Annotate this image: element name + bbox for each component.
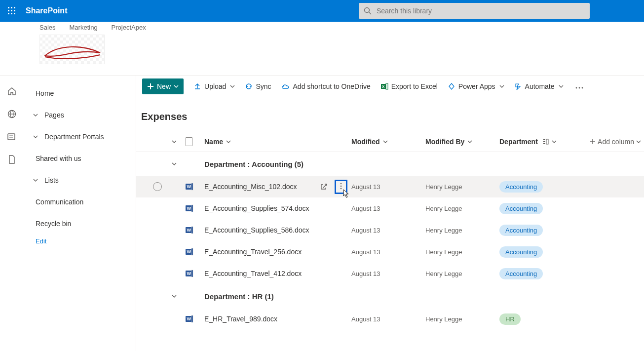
home-icon[interactable] [7, 86, 17, 96]
share-icon[interactable] [320, 183, 328, 191]
file-name-label[interactable]: E_HR_Travel_989.docx [204, 315, 277, 323]
file-type-header-icon[interactable] [186, 137, 192, 146]
svg-point-23 [578, 87, 580, 89]
row-actions-button[interactable] [335, 180, 347, 194]
upload-label: Upload [204, 82, 226, 90]
nav-communication[interactable]: Communication [24, 191, 136, 213]
add-column-button[interactable]: Add column [588, 138, 644, 146]
nav-home[interactable]: Home [24, 82, 136, 104]
department-pill[interactable]: Accounting [499, 203, 543, 214]
nav-department-portals[interactable]: Department Portals [24, 126, 136, 148]
file-row[interactable]: WE_Accounting_Travel_256.docxAugust 13He… [136, 241, 644, 263]
svg-rect-42 [191, 227, 193, 234]
cursor-icon [343, 189, 350, 198]
hub-link-projectapex[interactable]: ProjectApex [112, 24, 146, 34]
files-icon[interactable] [7, 155, 17, 164]
plus-icon [147, 83, 154, 90]
search-input[interactable] [377, 7, 585, 15]
col-modifiedby-header[interactable]: Modified By [425, 138, 499, 146]
more-vertical-icon[interactable] [340, 183, 342, 190]
library-title: Expenses [139, 97, 644, 131]
group-header[interactable]: Department : Accounting (5) [136, 152, 644, 176]
svg-rect-7 [11, 13, 12, 14]
hub-link-sales[interactable]: Sales [39, 24, 56, 34]
brand-label[interactable]: SharePoint [24, 6, 67, 15]
svg-point-34 [341, 183, 342, 184]
add-shortcut-button[interactable]: Add shortcut to OneDrive [281, 82, 371, 90]
group-header[interactable]: Department : HR (1) [136, 284, 644, 308]
file-name-label[interactable]: E_Accounting_Supplies_586.docx [204, 226, 309, 234]
file-row[interactable]: WE_Accounting_Supplies_574.docxAugust 13… [136, 197, 644, 219]
export-excel-button[interactable]: X Export to Excel [380, 82, 438, 90]
hub-link-marketing[interactable]: Marketing [70, 24, 98, 34]
powerapps-label: Power Apps [458, 82, 495, 90]
sync-icon [245, 82, 253, 90]
svg-point-35 [341, 185, 342, 187]
modified-cell: August 13 [351, 270, 425, 277]
select-radio[interactable] [153, 182, 162, 191]
main-area: New Upload Sync Add shortcut to OneDrive… [136, 76, 644, 351]
nav-pages-label: Pages [44, 111, 64, 119]
powerapps-button[interactable]: Power Apps [448, 82, 504, 90]
svg-rect-26 [543, 141, 545, 142]
svg-rect-25 [543, 139, 545, 140]
nav-lists-label: Lists [44, 176, 59, 184]
chevron-down-icon[interactable] [171, 161, 177, 167]
file-row[interactable]: WE_Accounting_Misc_102.docxAugust 13Henr… [136, 176, 644, 197]
automate-button[interactable]: Automate [514, 82, 564, 90]
department-pill[interactable]: Accounting [499, 225, 543, 236]
department-pill[interactable]: Accounting [499, 246, 543, 258]
col-department-header[interactable]: Department [499, 138, 588, 146]
automate-label: Automate [525, 82, 555, 90]
chevron-down-icon [467, 139, 472, 144]
modified-cell: August 13 [351, 227, 425, 234]
chevron-down-icon [33, 112, 38, 118]
file-name-label[interactable]: E_Accounting_Travel_412.docx [204, 270, 302, 277]
globe-icon[interactable] [7, 109, 17, 119]
sync-button[interactable]: Sync [245, 82, 271, 90]
svg-rect-14 [8, 134, 15, 140]
col-modified-header[interactable]: Modified [351, 138, 425, 146]
group-title-label: Department : HR (1) [204, 292, 274, 301]
nav-deptportals-label: Department Portals [44, 133, 104, 141]
site-logo[interactable] [39, 35, 105, 64]
file-name-label[interactable]: E_Accounting_Travel_256.docx [204, 248, 302, 256]
news-icon[interactable] [7, 132, 17, 142]
department-pill[interactable]: Accounting [499, 268, 543, 279]
file-name-label[interactable]: E_Accounting_Misc_102.docx [204, 183, 297, 191]
nav-recycle[interactable]: Recycle bin [24, 213, 136, 234]
svg-point-9 [365, 8, 370, 13]
col-name-header[interactable]: Name [204, 138, 351, 146]
department-pill[interactable]: Accounting [499, 181, 543, 193]
command-overflow[interactable] [573, 80, 585, 92]
nav-edit-link[interactable]: Edit [24, 237, 136, 245]
nav-shared[interactable]: Shared with us [24, 148, 136, 169]
svg-rect-45 [191, 248, 193, 255]
department-pill[interactable]: HR [499, 313, 521, 325]
new-button[interactable]: New [142, 78, 184, 94]
hub-strip: Sales Marketing ProjectApex [0, 22, 644, 70]
upload-button[interactable]: Upload [193, 82, 235, 90]
nav-lists[interactable]: Lists [24, 169, 136, 191]
svg-rect-6 [8, 13, 9, 14]
chevron-down-icon[interactable] [171, 293, 177, 299]
svg-rect-0 [8, 7, 9, 8]
file-row[interactable]: WE_Accounting_Travel_412.docxAugust 13He… [136, 263, 644, 284]
search-box[interactable] [359, 3, 590, 19]
svg-rect-1 [11, 7, 12, 8]
svg-text:W: W [187, 271, 191, 276]
file-row[interactable]: WE_HR_Travel_989.docxAugust 13Henry Legg… [136, 308, 644, 330]
word-doc-icon: W [186, 204, 193, 212]
car-logo-icon [44, 46, 101, 59]
app-launcher-icon[interactable] [0, 0, 24, 22]
chevron-down-icon [636, 139, 641, 144]
svg-point-24 [581, 87, 583, 89]
file-row[interactable]: WE_Accounting_Supplies_586.docxAugust 13… [136, 219, 644, 241]
svg-rect-8 [14, 13, 15, 14]
word-doc-icon: W [186, 315, 193, 323]
chevron-down-icon[interactable] [171, 139, 177, 145]
export-label: Export to Excel [391, 82, 438, 90]
file-name-label[interactable]: E_Accounting_Supplies_574.docx [204, 204, 309, 212]
nav-pages[interactable]: Pages [24, 104, 136, 126]
group-title-label: Department : Accounting (5) [204, 160, 303, 168]
